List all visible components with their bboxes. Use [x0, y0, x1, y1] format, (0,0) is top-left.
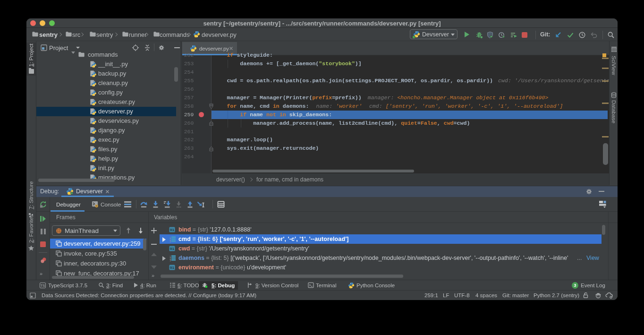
- svg-text:3: 3: [170, 259, 171, 262]
- svg-text:01: 01: [170, 266, 174, 270]
- svg-text:01: 01: [170, 228, 174, 232]
- svg-text:01: 01: [170, 247, 174, 251]
- svg-text:3: 3: [170, 241, 171, 243]
